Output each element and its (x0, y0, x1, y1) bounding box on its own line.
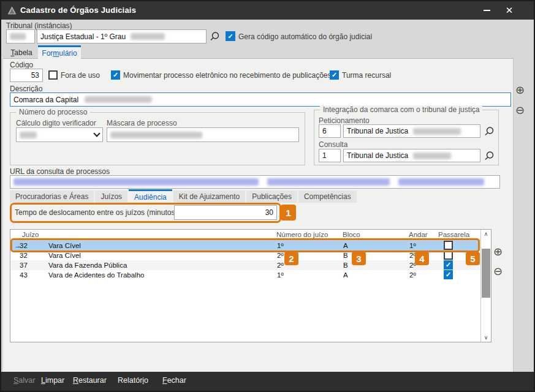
table-row[interactable]: 43 Vara de Acidentes do Trabalho 1º A 2º… (11, 270, 480, 280)
tempo-field[interactable]: 30 (174, 205, 277, 220)
header-numero: Número do juízo (276, 231, 328, 238)
header-andar: Andar (409, 231, 428, 238)
tribunal-code-field[interactable] (6, 29, 35, 43)
remove-row-button[interactable]: ⊖ (493, 266, 503, 277)
consulta-code-field[interactable]: 1 (319, 149, 341, 162)
table-row[interactable]: 37 Vara da Fazenda Pública 2º B 2º ✓ (11, 260, 480, 270)
title-bar: Cadastro de Órgãos Judiciais ✕ (1, 1, 534, 20)
close-icon: ✕ (506, 5, 514, 16)
check-icon: ✓ (446, 262, 451, 268)
minimize-button[interactable] (474, 1, 499, 20)
window-title: Cadastro de Órgãos Judiciais (20, 6, 136, 15)
check-icon: ✓ (332, 72, 337, 78)
redacted-link (398, 178, 484, 186)
turma-recursal-checkbox[interactable]: ✓ (330, 70, 339, 80)
annotation-badge-4: 4 (415, 252, 429, 265)
peticionamento-code-field[interactable]: 6 (319, 124, 341, 138)
codigo-label: Código (10, 61, 33, 69)
passarela-checkbox[interactable]: ✓ (444, 260, 453, 270)
minimize-icon (484, 10, 490, 11)
redacted-text (413, 128, 461, 135)
header-juizo: Juízo (22, 231, 39, 238)
annotation-badge-2: 2 (284, 252, 298, 265)
redacted-text (413, 153, 451, 159)
scroll-down-icon[interactable]: ∨ (481, 333, 491, 342)
gera-codigo-checkbox[interactable]: ✓ (226, 31, 235, 41)
search-icon[interactable] (209, 31, 220, 42)
table-header: Juízo Número do juízo Bloco Andar Passar… (10, 230, 491, 241)
vertical-scrollbar[interactable]: ∧ ∨ (480, 230, 491, 342)
codigo-field[interactable]: 53 (10, 69, 43, 82)
subtab-audiencia[interactable]: Audiência (129, 189, 172, 203)
tribunal-name-field[interactable]: Justiça Estadual - 1º Grau (37, 29, 207, 43)
passarela-checkbox[interactable]: ✓ (444, 241, 453, 250)
annotation-badge-1: 1 (281, 205, 296, 221)
movimentar-checkbox[interactable]: ✓ (111, 70, 120, 80)
consulta-label: Consulta (319, 140, 347, 149)
tab-tabela[interactable]: Tabela (6, 47, 37, 59)
remove-button[interactable]: ⊖ (515, 105, 525, 116)
subtab-competencias[interactable]: Competências (298, 190, 357, 203)
cell-andar: 1º (409, 241, 416, 251)
check-icon: ✓ (227, 33, 233, 40)
subtab-procuradorias[interactable]: Procuradorias e Áreas (10, 190, 94, 203)
url-field[interactable] (10, 175, 500, 189)
fora-de-uso-label: Fora de uso (61, 71, 100, 80)
cell-code: 43 (20, 270, 28, 280)
app-icon (7, 6, 17, 15)
limpar-button[interactable]: Limpar (41, 376, 64, 385)
scroll-up-icon[interactable]: ∧ (481, 230, 491, 238)
search-icon[interactable] (484, 151, 495, 162)
header-bloco: Bloco (343, 231, 360, 238)
mascara-field[interactable] (107, 127, 299, 142)
calculo-label: Cálculo digito verificador (16, 119, 96, 127)
relatorio-button[interactable]: Relatório (118, 376, 148, 385)
restaurar-button[interactable]: Restaurar (73, 376, 107, 385)
table-row[interactable]: 32 Vara Cível 2º B 2º ✓ (11, 251, 480, 260)
subtab-juizos[interactable]: Juízos (95, 190, 127, 203)
passarela-checkbox[interactable]: ✓ (444, 270, 453, 279)
subtab-kit-ajuizamento[interactable]: Kit de Ajuizamento (173, 190, 245, 203)
cell-numero: 1º (277, 241, 284, 251)
table-row[interactable]: → 32 Vara Cível 1º A 1º ✓ (11, 241, 480, 251)
cell-code: 32 (20, 241, 28, 251)
url-label: URL da consulta de processos (10, 167, 110, 176)
add-row-button[interactable]: ⊕ (493, 246, 503, 257)
consulta-code: 1 (322, 151, 327, 160)
fechar-button[interactable]: Fechar (162, 376, 186, 385)
redacted-link (267, 178, 390, 186)
cell-name: Vara Cível (48, 251, 81, 260)
cell-bloco: B (343, 251, 348, 260)
cell-bloco: B (343, 260, 348, 270)
integracao-title: Integração da comarca com o tribunal de … (320, 105, 482, 114)
salvar-button[interactable]: Salvar (13, 376, 35, 385)
calculo-dropdown[interactable] (16, 127, 103, 142)
cell-numero: 1º (277, 270, 284, 280)
passarela-checkbox[interactable]: ✓ (444, 251, 453, 260)
redacted-text (10, 33, 26, 40)
fora-de-uso-checkbox[interactable]: ✓ (48, 70, 58, 80)
descricao-value: Comarca da Capital (13, 96, 78, 104)
scrollbar-thumb[interactable] (482, 249, 490, 298)
consulta-value: Tribunal de Justica (347, 151, 408, 160)
close-button[interactable]: ✕ (496, 1, 522, 20)
cell-code: 37 (20, 260, 28, 270)
tab-formulario[interactable]: Formulário (38, 45, 81, 59)
tempo-value: 30 (265, 208, 273, 217)
redacted-text (85, 96, 152, 103)
movimentar-label: Movimentar processo eletrônico no recebi… (123, 71, 332, 80)
consulta-field[interactable]: Tribunal de Justica (343, 149, 480, 162)
add-button[interactable]: ⊕ (515, 85, 525, 96)
tribunal-label: Tribunal (instâncias) (6, 21, 72, 30)
descricao-field[interactable]: Comarca da Capital (10, 92, 511, 107)
mascara-label: Máscara de processo (107, 119, 177, 127)
cell-code: 32 (20, 251, 28, 260)
subtab-publicacoes[interactable]: Publicações (246, 190, 297, 203)
redacted-text (20, 132, 37, 138)
cell-numero: 2º (277, 251, 284, 260)
cell-name: Vara Cível (48, 241, 81, 251)
check-icon: ✓ (446, 271, 451, 278)
chevron-down-icon (93, 130, 100, 137)
peticionamento-field[interactable]: Tribunal de Justica (343, 124, 480, 138)
search-icon[interactable] (484, 126, 495, 137)
